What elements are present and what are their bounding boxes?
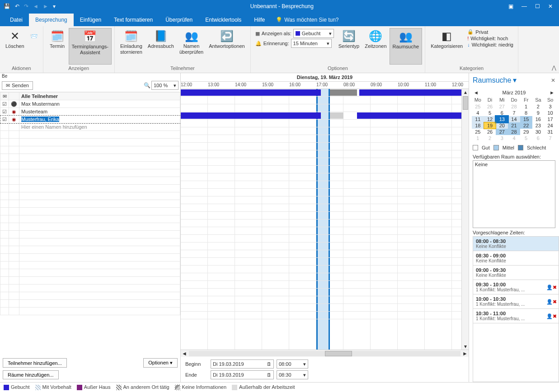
options-button[interactable]: Optionen ▾ bbox=[143, 358, 178, 368]
undo-icon[interactable]: ↶ bbox=[15, 3, 19, 9]
calendar-day[interactable]: 10 bbox=[544, 110, 556, 116]
timezones-button[interactable]: 🌐 Zeitzonen bbox=[362, 28, 389, 65]
showas-select[interactable]: Gebucht▾ bbox=[293, 29, 334, 38]
ribbon-display-icon[interactable]: ▣ bbox=[508, 3, 513, 9]
calendar-day[interactable]: 2 bbox=[532, 103, 545, 110]
zoom-icon[interactable]: 🔍 bbox=[144, 82, 150, 89]
calendar-day[interactable]: 9 bbox=[532, 110, 545, 116]
calendar-day[interactable]: 17 bbox=[544, 116, 556, 122]
close-icon[interactable]: ✕ bbox=[548, 3, 553, 9]
attendee-name[interactable]: Musterteam bbox=[19, 108, 180, 116]
calendar-day[interactable]: 29 bbox=[520, 129, 532, 135]
hscrollbar[interactable]: ◄ ► bbox=[181, 350, 469, 357]
scheduling-assistant-button[interactable]: 📅 Terminplanungs- Assistent bbox=[69, 28, 112, 65]
calendar-day[interactable]: 25 bbox=[472, 129, 484, 135]
calendar-day[interactable]: 20 bbox=[496, 122, 508, 129]
calendar-day[interactable]: 7 bbox=[508, 110, 520, 116]
roomfinder-button[interactable]: 👥 Raumsuche bbox=[390, 28, 423, 65]
delete-button[interactable]: ✕ Löschen bbox=[3, 28, 27, 65]
suggested-time-item[interactable]: 10:00 - 10:301 Konflikt: Musterfrau, ...… bbox=[473, 294, 559, 309]
zoom-select[interactable]: 100 %▾ bbox=[151, 81, 179, 90]
response-options-button[interactable]: ↩️ Antwortoptionen bbox=[206, 28, 248, 65]
end-date-input[interactable]: Di 19.03.2019🗓 bbox=[211, 370, 274, 379]
cancel-invite-button[interactable]: 🗓️ Einladung stornieren bbox=[117, 28, 145, 65]
send-button[interactable]: ✉ Senden bbox=[2, 81, 33, 90]
calendar-day[interactable]: 18 bbox=[472, 122, 484, 129]
tellme-field[interactable]: 💡 Was möchten Sie tun? bbox=[271, 14, 343, 26]
begin-date-input[interactable]: Di 19.03.2019🗓 bbox=[211, 359, 274, 369]
begin-time-input[interactable]: 08:00▾ bbox=[277, 359, 308, 369]
calendar-day[interactable]: 1 bbox=[472, 135, 484, 141]
prev-icon[interactable]: ◄ bbox=[33, 3, 38, 9]
calendar-picker-icon[interactable]: 🗓 bbox=[267, 361, 272, 367]
calendar-day[interactable]: 15 bbox=[520, 116, 532, 122]
suggested-time-item[interactable]: 09:00 - 09:30Keine Konflikte bbox=[473, 266, 559, 280]
categorize-button[interactable]: ◧ Kategorisieren bbox=[428, 28, 465, 65]
calendar-day[interactable]: 16 bbox=[532, 116, 545, 122]
calendar-day[interactable]: 6 bbox=[532, 135, 545, 141]
calendar-day[interactable]: 23 bbox=[532, 122, 545, 129]
calendar-day[interactable]: 28 bbox=[508, 129, 520, 135]
forward-button[interactable]: 📨 bbox=[27, 28, 40, 65]
attendee-name[interactable]: Max Mustermann bbox=[19, 100, 180, 108]
calendar-day[interactable]: 24 bbox=[544, 122, 556, 129]
importance-high[interactable]: !Wichtigkeit: hoch bbox=[467, 36, 513, 41]
calendar-day[interactable]: 11 bbox=[472, 116, 484, 122]
next-month-icon[interactable]: ► bbox=[550, 90, 554, 95]
calendar-day[interactable]: 5 bbox=[520, 135, 532, 141]
calendar-day[interactable]: 4 bbox=[508, 135, 520, 141]
calendar-day[interactable]: 27 bbox=[496, 103, 508, 110]
calendar-day[interactable]: 30 bbox=[532, 129, 545, 135]
calendar-day[interactable]: 21 bbox=[508, 122, 520, 129]
suggested-time-item[interactable]: 08:30 - 09:00Keine Konflikte bbox=[473, 251, 559, 266]
calendar-day[interactable]: 26 bbox=[484, 129, 496, 135]
mail-icon[interactable]: ✉ bbox=[0, 93, 9, 100]
calendar-day[interactable]: 13 bbox=[496, 116, 508, 122]
tab-dev[interactable]: Entwicklertools bbox=[199, 14, 248, 26]
add-name-field[interactable]: Hier einen Namen hinzufügen bbox=[19, 123, 180, 131]
tab-meeting[interactable]: Besprechung bbox=[29, 14, 74, 26]
calendar-picker-icon[interactable]: 🗓 bbox=[267, 372, 272, 378]
recurrence-button[interactable]: 🔄 Serientyp bbox=[336, 28, 362, 65]
roomfinder-dropdown-icon[interactable]: ▾ bbox=[513, 76, 517, 84]
calendar-day[interactable]: 2 bbox=[484, 135, 496, 141]
tab-insert[interactable]: Einfügen bbox=[74, 14, 108, 26]
calendar-day[interactable]: 26 bbox=[484, 103, 496, 110]
calendar-day[interactable]: 1 bbox=[520, 103, 532, 110]
attendee-check[interactable]: ☑ bbox=[0, 100, 9, 108]
attendee-name[interactable]: Musterfrau, Erika bbox=[19, 116, 180, 123]
calendar-day[interactable]: 27 bbox=[496, 129, 508, 135]
vscrollbar[interactable]: ▴▾ bbox=[461, 89, 469, 350]
calendar-day[interactable]: 12 bbox=[484, 116, 496, 122]
calendar-day[interactable]: 28 bbox=[508, 103, 520, 110]
qat-more-icon[interactable]: ▾ bbox=[53, 3, 56, 9]
minimize-icon[interactable]: — bbox=[521, 3, 527, 9]
calendar-day[interactable]: 5 bbox=[484, 110, 496, 116]
private-toggle[interactable]: 🔒Privat bbox=[467, 29, 513, 35]
calendar-day[interactable]: 7 bbox=[544, 135, 556, 141]
calendar-day[interactable]: 6 bbox=[496, 110, 508, 116]
calendar-day[interactable]: 4 bbox=[472, 110, 484, 116]
check-names-button[interactable]: 👥 Namen überprüfen bbox=[177, 28, 206, 65]
save-icon[interactable]: 💾 bbox=[4, 3, 10, 9]
mini-calendar[interactable]: MoDiMiDoFrSaSo25262728123456789101112131… bbox=[472, 96, 556, 141]
calendar-day[interactable]: 22 bbox=[520, 122, 532, 129]
schedule-grid[interactable]: ▴▾ bbox=[181, 89, 469, 350]
ribbon-collapse-icon[interactable]: ⋀ bbox=[552, 65, 556, 71]
reminder-select[interactable]: 15 Minuten▾ bbox=[291, 39, 332, 48]
scroll-left-icon[interactable]: ◄ bbox=[182, 350, 187, 357]
redo-icon[interactable]: ↷ bbox=[24, 3, 28, 9]
attendee-check[interactable]: ☑ bbox=[0, 108, 9, 116]
importance-low[interactable]: ↓Wichtigkeit: niedrig bbox=[467, 42, 513, 47]
room-list[interactable]: Keine bbox=[473, 160, 555, 228]
attendee-check[interactable]: ☑ bbox=[0, 116, 9, 123]
add-attendees-button[interactable]: Teilnehmer hinzufügen... bbox=[3, 358, 67, 368]
next-icon[interactable]: ► bbox=[43, 3, 48, 9]
maximize-icon[interactable]: ☐ bbox=[535, 3, 540, 9]
roomfinder-close-icon[interactable]: ✕ bbox=[551, 77, 555, 84]
calendar-day[interactable]: 19 bbox=[484, 122, 496, 129]
suggested-time-item[interactable]: 09:30 - 10:001 Konflikt: Musterfrau, ...… bbox=[473, 280, 559, 294]
suggested-time-item[interactable]: 08:00 - 08:30Keine Konflikte bbox=[473, 237, 559, 251]
tab-help[interactable]: Hilfe bbox=[248, 14, 271, 26]
calendar-day[interactable]: 14 bbox=[508, 116, 520, 122]
